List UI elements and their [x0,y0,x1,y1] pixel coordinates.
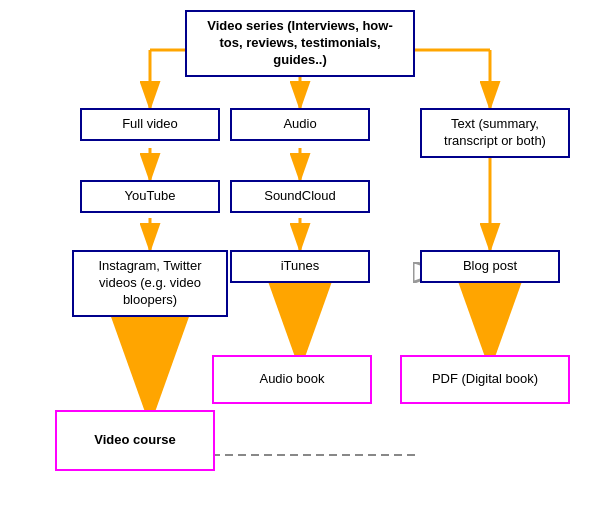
instagram-node: Instagram, Twitter videos (e.g. video bl… [72,250,228,317]
audio-node: Audio [230,108,370,141]
itunes-node: iTunes [230,250,370,283]
pdf-node: PDF (Digital book) [400,355,570,404]
soundcloud-node: SoundCloud [230,180,370,213]
text-summary-node: Text (summary, transcript or both) [420,108,570,158]
full-video-node: Full video [80,108,220,141]
blog-post-node: Blog post [420,250,560,283]
youtube-node: YouTube [80,180,220,213]
audio-book-node: Audio book [212,355,372,404]
video-course-node: Video course [55,410,215,471]
video-series-node: Video series (Interviews, how-tos, revie… [185,10,415,77]
